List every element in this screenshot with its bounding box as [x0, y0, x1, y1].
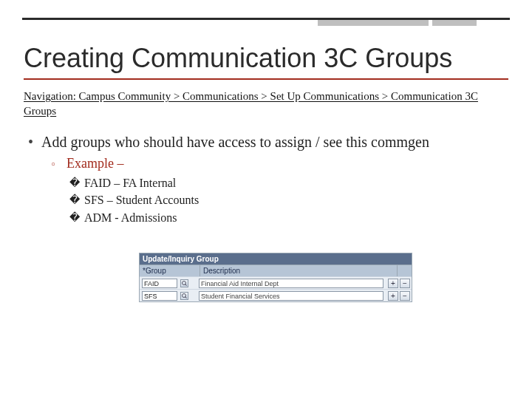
column-header-group: *Group — [140, 265, 200, 276]
checkbox-glyph: � — [69, 191, 84, 208]
page-title: Creating Communication 3C Groups — [24, 43, 508, 80]
bullet-level2-text: Example – — [66, 154, 123, 173]
column-header-group-label: Group — [146, 267, 166, 275]
bullet-level3: � FAID – FA Internal — [69, 174, 508, 191]
bullet-level3: � ADM - Admissions — [69, 209, 508, 226]
content-area: • Add groups who should have access to a… — [24, 133, 508, 226]
add-row-button[interactable]: + — [388, 291, 398, 301]
bullet-dot: • — [24, 133, 41, 151]
bullet-level2: ▫ Example – — [50, 154, 508, 173]
bullet-level3: � SFS – Student Accounts — [69, 191, 508, 208]
column-header-spacer — [397, 265, 412, 276]
lookup-icon[interactable] — [180, 279, 188, 287]
checkbox-glyph: � — [69, 174, 84, 191]
description-cell: Financial Aid Internal Dept — [199, 279, 383, 288]
add-row-button[interactable]: + — [388, 279, 398, 288]
top-accent-bar-2 — [432, 20, 477, 26]
bullet-level3-text: SFS – Student Accounts — [84, 191, 199, 208]
checkbox-glyph: � — [69, 209, 84, 226]
top-accent-bar — [318, 20, 429, 26]
bullet-square: ▫ — [50, 154, 66, 173]
breadcrumb: Navigation: Campus Community > Communica… — [24, 89, 508, 119]
bullet-level3-text: ADM - Admissions — [84, 209, 177, 226]
group-input[interactable]: FAID — [142, 279, 177, 288]
panel-title: Update/Inquiry Group — [140, 253, 412, 265]
description-cell: Student Financial Services — [199, 291, 383, 301]
delete-row-button[interactable]: − — [400, 291, 410, 301]
bullet-level1-text: Add groups who should have access to ass… — [41, 133, 429, 151]
grid-row: SFS Student Financial Services + − — [140, 289, 412, 301]
embedded-screenshot: Update/Inquiry Group *Group Description … — [139, 253, 412, 302]
delete-row-button[interactable]: − — [400, 279, 410, 288]
bullet-level3-text: FAID – FA Internal — [84, 174, 176, 191]
grid-row: FAID Financial Aid Internal Dept + − — [140, 276, 412, 289]
bullet-level1: • Add groups who should have access to a… — [24, 133, 508, 151]
group-input[interactable]: SFS — [142, 291, 177, 301]
column-header-description: Description — [200, 265, 397, 276]
lookup-icon[interactable] — [180, 292, 188, 300]
grid-header: *Group Description — [140, 265, 412, 276]
